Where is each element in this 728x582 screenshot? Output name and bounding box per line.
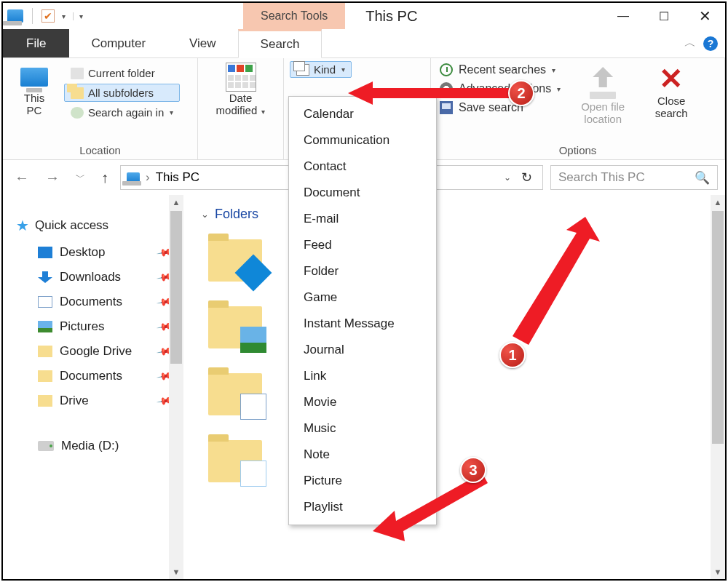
clock-icon <box>440 63 453 76</box>
qat-customize-icon[interactable]: ▾ <box>73 12 86 20</box>
drive-icon <box>38 441 54 451</box>
chevron-down-icon: ▾ <box>552 66 555 74</box>
scroll-down-icon[interactable]: ▼ <box>169 565 183 579</box>
desktop-icon <box>38 247 52 258</box>
recent-locations-button[interactable]: ﹀ <box>71 171 90 184</box>
nav-item-downloads[interactable]: Downloads📌 <box>3 265 183 290</box>
refresh-button[interactable]: ↻ <box>517 170 537 186</box>
maximize-button[interactable]: ☐ <box>644 3 684 29</box>
tab-computer[interactable]: Computer <box>69 29 167 57</box>
kind-option-link[interactable]: Link <box>289 363 436 389</box>
kind-option-instant-message[interactable]: Instant Message <box>289 311 436 337</box>
download-icon <box>38 271 52 283</box>
close-x-icon: ✕ <box>659 64 684 93</box>
nav-item-documents-2[interactable]: Documents📌 <box>3 364 183 388</box>
close-button[interactable]: ✕ <box>684 3 725 29</box>
qat-properties-icon[interactable]: ✔ <box>41 9 55 23</box>
title-bar: ✔ ▾ ▾ Search Tools This PC — ☐ ✕ <box>3 3 725 29</box>
folders-section-header[interactable]: ⌄ Folders <box>201 201 725 231</box>
quick-access-header[interactable]: ★ Quick access <box>3 212 183 240</box>
ribbon-tab-bar: File Computer View Search ︿ ? <box>3 29 725 58</box>
overlay-icon <box>240 394 266 420</box>
group-label-options: Options <box>437 143 719 158</box>
chevron-down-icon: ⌄ <box>201 209 209 220</box>
kind-option-contact[interactable]: Contact <box>289 154 436 180</box>
search-icon: 🔍 <box>695 170 710 186</box>
scroll-up-icon[interactable]: ▲ <box>169 195 183 210</box>
search-again-icon <box>71 107 84 119</box>
contextual-tab-search-tools: Search Tools <box>243 3 345 29</box>
navigation-pane: ★ Quick access Desktop📌 Downloads📌 Docum… <box>3 195 183 579</box>
scroll-thumb[interactable] <box>170 211 182 364</box>
forward-button[interactable]: → <box>41 170 64 186</box>
monitor-icon <box>20 68 48 87</box>
scroll-up-icon[interactable]: ▲ <box>711 195 725 210</box>
tab-search[interactable]: Search <box>238 29 323 58</box>
minimize-button[interactable]: — <box>603 3 644 29</box>
breadcrumb-separator-icon: › <box>146 170 150 185</box>
svg-marker-0 <box>348 81 515 105</box>
chevron-down-icon: ▾ <box>170 108 173 116</box>
chevron-down-icon: ▾ <box>557 85 561 93</box>
nav-item-desktop[interactable]: Desktop📌 <box>3 240 183 265</box>
nav-item-documents[interactable]: Documents📌 <box>3 290 183 314</box>
calendar-icon <box>226 63 256 92</box>
window-title: This PC <box>365 8 417 25</box>
kind-option-feed[interactable]: Feed <box>289 232 436 258</box>
folder-icon <box>38 370 52 382</box>
document-icon <box>38 296 52 308</box>
collapse-ribbon-icon[interactable]: ︿ <box>684 36 696 51</box>
folder-tile-3d-objects[interactable] <box>208 239 262 282</box>
annotation-badge-2: 2 <box>508 80 534 106</box>
svg-marker-2 <box>373 473 488 541</box>
scroll-down-icon[interactable]: ▼ <box>711 565 725 579</box>
nav-item-pictures[interactable]: Pictures📌 <box>3 314 183 339</box>
help-icon[interactable]: ? <box>703 36 718 51</box>
recent-searches-button[interactable]: Recent searches ▾ <box>437 61 563 79</box>
back-button[interactable]: ← <box>10 170 33 186</box>
nav-item-drive[interactable]: Drive📌 <box>3 388 183 413</box>
kind-option-folder[interactable]: Folder <box>289 258 436 284</box>
scroll-thumb[interactable] <box>712 211 724 444</box>
folder-tile-music[interactable] <box>208 440 262 482</box>
kind-option-email[interactable]: E-mail <box>289 206 436 232</box>
chevron-down-icon: ▾ <box>341 65 345 73</box>
breadcrumb[interactable]: This PC <box>156 170 199 185</box>
search-placeholder: Search This PC <box>558 170 645 185</box>
qat-dropdown-icon[interactable]: ▾ <box>59 12 68 20</box>
kind-option-movie[interactable]: Movie <box>289 389 436 415</box>
tab-file[interactable]: File <box>3 29 69 57</box>
all-subfolders-button[interactable]: All subfolders <box>64 84 180 102</box>
tab-view[interactable]: View <box>167 29 238 57</box>
star-icon: ★ <box>16 217 29 234</box>
open-file-location-button[interactable]: Open file location <box>568 61 638 125</box>
kind-option-communication[interactable]: Communication <box>289 127 436 154</box>
nav-scrollbar[interactable]: ▲ ▼ <box>169 195 183 579</box>
search-again-in-button[interactable]: Search again in ▾ <box>64 103 180 121</box>
date-modified-button[interactable]: Date modified ▾ <box>205 61 277 116</box>
kind-option-game[interactable]: Game <box>289 284 436 311</box>
up-button[interactable]: ↑ <box>97 170 113 186</box>
current-folder-button[interactable]: Current folder <box>64 64 180 82</box>
app-icon <box>7 9 23 23</box>
address-dropdown-icon[interactable]: ⌄ <box>504 172 511 183</box>
this-pc-button[interactable]: This PC <box>9 61 60 116</box>
open-location-icon <box>593 67 613 87</box>
kind-option-document[interactable]: Document <box>289 180 436 206</box>
kind-button[interactable]: Kind ▾ <box>290 61 352 78</box>
content-scrollbar[interactable]: ▲ ▼ <box>711 195 725 579</box>
kind-dropdown-menu: Calendar Communication Contact Document … <box>288 96 437 525</box>
search-input[interactable]: Search This PC 🔍 <box>550 165 718 190</box>
kind-icon <box>296 64 309 76</box>
nav-item-google-drive[interactable]: Google Drive📌 <box>3 339 183 364</box>
close-search-button[interactable]: ✕ Close search <box>642 61 700 119</box>
folder-icon <box>71 68 84 79</box>
folder-tile-documents[interactable] <box>208 373 262 415</box>
svg-marker-1 <box>513 217 600 345</box>
kind-option-music[interactable]: Music <box>289 415 436 442</box>
nav-item-media-d[interactable]: Media (D:) <box>3 434 183 458</box>
annotation-arrow-2 <box>348 79 523 108</box>
folder-tile-pictures[interactable] <box>208 306 262 348</box>
kind-option-journal[interactable]: Journal <box>289 337 436 363</box>
folder-icon <box>38 395 52 407</box>
